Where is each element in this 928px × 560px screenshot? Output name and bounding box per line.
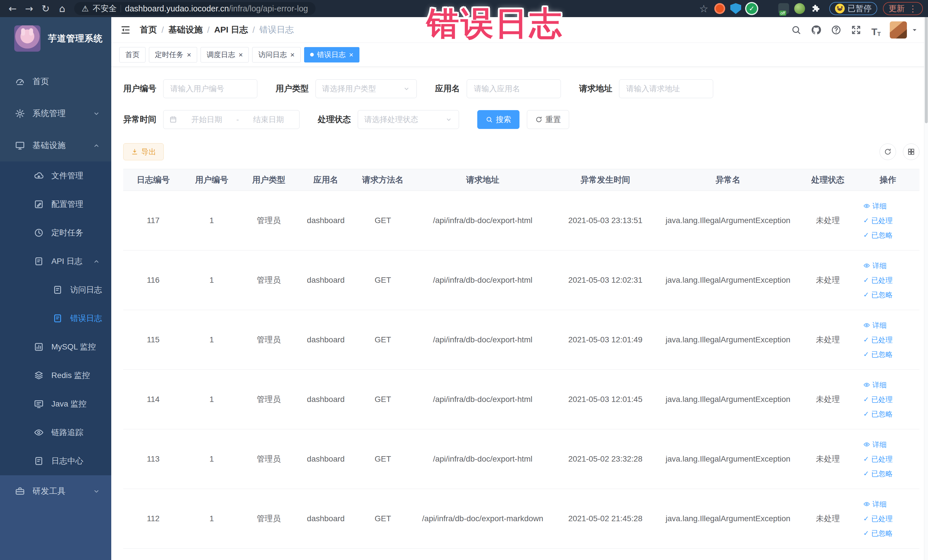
action-processed-link[interactable]: ✓已处理 <box>863 216 893 225</box>
action-processed-link[interactable]: ✓已处理 <box>863 455 893 464</box>
breadcrumb-item[interactable]: API 日志 <box>214 24 248 36</box>
bookmark-star-icon[interactable]: ☆ <box>698 3 709 14</box>
scrollbar-thumb[interactable] <box>925 1 928 123</box>
paused-profile-badge[interactable]: 已暂停 <box>829 2 877 15</box>
user-avatar[interactable] <box>890 21 907 38</box>
avatar-caret-down-icon[interactable] <box>911 26 918 34</box>
sidebar-item-trace[interactable]: 链路追踪 <box>0 418 111 447</box>
action-processed-link[interactable]: ✓已处理 <box>863 335 893 345</box>
breadcrumb-item[interactable]: 首页 <box>140 24 157 36</box>
action-processed-link[interactable]: ✓已处理 <box>863 514 893 523</box>
sidebar-item-label: 配置管理 <box>51 199 83 210</box>
date-range-picker[interactable]: 开始日期 - 结束日期 <box>163 110 299 129</box>
action-processed-link[interactable]: ✓已处理 <box>863 276 893 285</box>
cell-status: 未处理 <box>799 429 856 489</box>
menu-fold-icon[interactable] <box>119 23 132 37</box>
search-icon[interactable] <box>789 23 804 37</box>
chevron-up-icon <box>92 142 101 150</box>
breadcrumb-item[interactable]: 基础设施 <box>168 24 203 36</box>
extension-green-check-icon[interactable]: ✓ <box>746 3 757 14</box>
action-ignored-link[interactable]: ✓已忽略 <box>863 230 893 240</box>
action-detail-link[interactable]: 详细 <box>863 320 887 330</box>
sidebar-item-api-logs[interactable]: API 日志 <box>0 247 111 276</box>
back-icon[interactable]: ← <box>5 2 20 15</box>
extension-shield-icon[interactable] <box>730 3 741 14</box>
action-ignored-link[interactable]: ✓已忽略 <box>863 350 893 359</box>
column-header: 请求地址 <box>411 169 554 191</box>
tab-access-log[interactable]: 访问日志× <box>252 47 301 63</box>
sidebar-item-access-log[interactable]: 访问日志 <box>0 276 111 304</box>
address-divider <box>121 5 121 12</box>
request-url-input[interactable] <box>619 79 713 98</box>
extension-grid-icon[interactable] <box>762 3 773 14</box>
action-detail-link[interactable]: 详细 <box>863 261 887 270</box>
refresh-icon <box>884 148 892 156</box>
action-detail-link[interactable]: 详细 <box>863 440 887 449</box>
sidebar-item-file-mgmt[interactable]: 文件管理 <box>0 162 111 190</box>
eye-icon <box>863 500 870 508</box>
tab-job-log[interactable]: 调度日志× <box>200 47 249 63</box>
process-status-select[interactable]: 请选择处理状态 <box>358 110 459 129</box>
help-icon[interactable] <box>829 23 844 37</box>
sidebar-item-redis-monitor[interactable]: Redis 监控 <box>0 361 111 390</box>
extension-toggle-icon[interactable]: off <box>778 3 789 14</box>
sidebar-item-home[interactable]: 首页 <box>0 66 111 98</box>
check-icon: ✓ <box>863 350 869 358</box>
reset-button[interactable]: 重置 <box>527 110 569 129</box>
search-button[interactable]: 搜索 <box>477 110 519 129</box>
cell-user-type: 管理员 <box>240 429 297 489</box>
column-settings-button[interactable] <box>903 143 919 160</box>
sidebar-item-system-mgmt[interactable]: 系统管理 <box>0 98 111 130</box>
browser-menu-icon[interactable]: ⋮ <box>908 4 917 14</box>
cell-request-url: /api/infra/db-doc/export-html <box>411 429 554 489</box>
forward-icon[interactable]: → <box>22 2 37 15</box>
app-logo[interactable]: 芋道管理系统 <box>0 17 111 60</box>
close-icon[interactable]: × <box>187 51 191 58</box>
font-size-icon[interactable]: TT <box>868 23 884 37</box>
cell-log-id: 113 <box>123 429 183 489</box>
cell-user-id: 1 <box>183 250 240 310</box>
sidebar-item-infrastructure[interactable]: 基础设施 <box>0 130 111 162</box>
tab-error-log[interactable]: 错误日志× <box>304 47 359 63</box>
action-label: 已处理 <box>871 216 893 225</box>
user-id-input[interactable] <box>163 79 257 98</box>
refresh-table-button[interactable] <box>879 143 896 160</box>
tab-scheduled-jobs[interactable]: 定时任务× <box>149 47 197 63</box>
action-detail-link[interactable]: 详细 <box>863 380 887 390</box>
app-name-input[interactable] <box>467 79 561 98</box>
github-icon[interactable] <box>809 23 824 37</box>
action-ignored-link[interactable]: ✓已忽略 <box>863 469 893 478</box>
cell-method: GET <box>354 191 411 250</box>
action-detail-link[interactable]: 详细 <box>863 499 887 509</box>
action-label: 详细 <box>872 380 887 390</box>
user-type-select[interactable]: 请选择用户类型 <box>316 79 417 98</box>
reload-icon[interactable]: ↻ <box>38 2 53 15</box>
action-ignored-link[interactable]: ✓已忽略 <box>863 290 893 299</box>
action-processed-link[interactable]: ✓已处理 <box>863 395 893 404</box>
sidebar-item-log-center[interactable]: 日志中心 <box>0 447 111 475</box>
extensions-puzzle-icon[interactable] <box>810 3 821 14</box>
tab-home[interactable]: 首页 <box>119 47 145 63</box>
sidebar-item-error-log[interactable]: 错误日志 <box>0 304 111 333</box>
update-badge[interactable]: 更新 ⋮ <box>883 2 923 15</box>
action-ignored-link[interactable]: ✓已忽略 <box>863 529 893 538</box>
filter-app-name: 应用名 <box>435 79 561 98</box>
action-detail-link[interactable]: 详细 <box>863 201 887 211</box>
close-icon[interactable]: × <box>238 51 243 58</box>
scrollbar[interactable] <box>924 0 928 560</box>
export-button[interactable]: 导出 <box>123 143 164 160</box>
sidebar-item-mysql-monitor[interactable]: MySQL 监控 <box>0 333 111 361</box>
address-bar[interactable]: ⚠ 不安全 dashboard.yudao.iocoder.cn/infra/l… <box>74 2 316 15</box>
sidebar-item-dev-tools[interactable]: 研发工具 <box>0 475 111 507</box>
fullscreen-icon[interactable] <box>849 23 864 37</box>
close-icon[interactable]: × <box>349 51 353 58</box>
sidebar-item-scheduled-jobs[interactable]: 定时任务 <box>0 218 111 247</box>
extension-orange-icon[interactable] <box>714 3 725 14</box>
cell-method: GET <box>354 310 411 370</box>
sidebar-item-config-mgmt[interactable]: 配置管理 <box>0 190 111 218</box>
action-ignored-link[interactable]: ✓已忽略 <box>863 409 893 419</box>
home-icon[interactable]: ⌂ <box>55 2 70 15</box>
close-icon[interactable]: × <box>290 51 295 58</box>
sidebar-item-java-monitor[interactable]: Java 监控 <box>0 390 111 418</box>
extension-leaf-icon[interactable] <box>794 3 805 14</box>
